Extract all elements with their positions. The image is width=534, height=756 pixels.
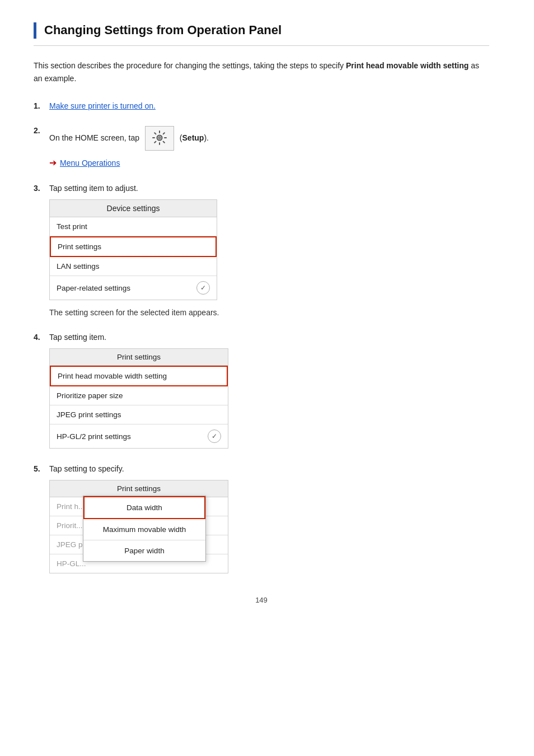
step5-bg-label-1: Print h...	[57, 502, 85, 511]
arrow-right-icon: ➔	[49, 157, 57, 168]
menu-item-test-print[interactable]: Test print	[50, 217, 217, 236]
step5-bg-label-2: Priorit...	[57, 521, 83, 530]
step5-bg-menu-header: Print settings	[50, 480, 228, 497]
menu-item-paper-related-label: Paper-related settings	[57, 284, 130, 292]
step-2-text-before: On the HOME screen, tap	[49, 133, 142, 142]
step-5-header: 5. Tap setting to specify.	[34, 464, 489, 473]
step-2-num: 2.	[34, 126, 49, 135]
step-5-num: 5.	[34, 464, 49, 473]
setup-button-icon[interactable]	[145, 126, 174, 151]
step-1: 1. Make sure printer is turned on.	[34, 101, 489, 110]
menu-item-jpeg-settings-label: JPEG print settings	[57, 410, 121, 419]
menu-item-hpgl2-settings[interactable]: HP-GL/2 print settings ✓	[50, 424, 228, 448]
step-1-num: 1.	[34, 101, 49, 110]
page: Changing Settings from Operation Panel T…	[0, 0, 534, 756]
overlay-label-max-movable: Maximum movable width	[103, 525, 186, 534]
print-menu-header: Print settings	[50, 349, 228, 366]
intro-text-before: This section describes the procedure for…	[34, 61, 346, 70]
svg-point-1	[158, 136, 161, 139]
step-2-bold: Setup	[182, 133, 204, 142]
step-4: 4. Tap setting item. Print settings Prin…	[34, 333, 489, 449]
page-number: 149	[34, 596, 489, 604]
menu-item-lan-settings-label: LAN settings	[57, 262, 100, 270]
menu-operations-link[interactable]: Menu Operations	[60, 158, 120, 167]
menu-item-jpeg-settings[interactable]: JPEG print settings	[50, 405, 228, 424]
step5-bg-label-4: HP-GL...	[57, 559, 86, 568]
menu-item-lan-settings[interactable]: LAN settings	[50, 257, 217, 276]
step-2-header: 2. On the HOME screen, tap (Setup).	[34, 126, 489, 151]
chevron-down-icon: ✓	[196, 281, 210, 295]
step-3-text: Tap setting item to adjust.	[49, 184, 489, 193]
step-3: 3. Tap setting item to adjust. Device se…	[34, 184, 489, 317]
overlay-item-paper-width[interactable]: Paper width	[83, 540, 205, 561]
step-1-text: Make sure printer is turned on.	[49, 101, 489, 110]
device-menu-header: Device settings	[50, 200, 217, 217]
menu-item-movable-width[interactable]: Print head movable width setting	[50, 366, 228, 386]
step-2-sublink-row: ➔ Menu Operations	[49, 157, 489, 168]
step-4-num: 4.	[34, 333, 49, 342]
title-bar	[34, 22, 36, 39]
step-5-text: Tap setting to specify.	[49, 464, 489, 473]
step-2-text-end: ).	[204, 133, 209, 142]
overlay-item-data-width[interactable]: Data width	[83, 496, 205, 519]
menu-item-test-print-label: Test print	[57, 222, 87, 231]
gear-icon	[152, 130, 167, 147]
title-section: Changing Settings from Operation Panel	[34, 22, 489, 46]
step-1-link[interactable]: Make sure printer is turned on.	[49, 101, 156, 110]
overlay-label-paper-width: Paper width	[124, 547, 164, 555]
overlay-item-max-movable[interactable]: Maximum movable width	[83, 519, 205, 540]
page-title: Changing Settings from Operation Panel	[44, 22, 282, 39]
step-5-container: Print settings Print h... Priorit... JPE…	[49, 480, 240, 573]
menu-item-prioritize-paper-label: Prioritize paper size	[57, 391, 123, 400]
step-3-note: The setting screen for the selected item…	[49, 308, 489, 317]
intro-bold: Print head movable width setting	[346, 61, 469, 70]
step-4-text: Tap setting item.	[49, 333, 489, 342]
menu-item-print-settings[interactable]: Print settings	[50, 236, 217, 257]
step-2: 2. On the HOME screen, tap (Setup). ➔	[34, 126, 489, 168]
menu-item-prioritize-paper[interactable]: Prioritize paper size	[50, 386, 228, 405]
menu-item-movable-width-label: Print head movable width setting	[58, 372, 167, 380]
menu-item-hpgl2-settings-label: HP-GL/2 print settings	[57, 432, 131, 441]
intro-paragraph: This section describes the procedure for…	[34, 59, 489, 86]
step-3-num: 3.	[34, 184, 49, 193]
step-4-header: 4. Tap setting item.	[34, 333, 489, 342]
width-overlay-menu: Data width Maximum movable width Paper w…	[83, 496, 206, 562]
menu-item-print-settings-label: Print settings	[58, 242, 101, 251]
menu-item-paper-related[interactable]: Paper-related settings ✓	[50, 276, 217, 300]
step-1-header: 1. Make sure printer is turned on.	[34, 101, 489, 110]
step-3-header: 3. Tap setting item to adjust.	[34, 184, 489, 193]
chevron-down-icon-2: ✓	[208, 430, 221, 443]
device-settings-menu: Device settings Test print Print setting…	[49, 199, 217, 300]
step-5: 5. Tap setting to specify. Print setting…	[34, 464, 489, 573]
overlay-label-data-width: Data width	[127, 503, 162, 512]
print-settings-menu: Print settings Print head movable width …	[49, 348, 228, 449]
step-2-text: On the HOME screen, tap (Setup).	[49, 126, 489, 151]
